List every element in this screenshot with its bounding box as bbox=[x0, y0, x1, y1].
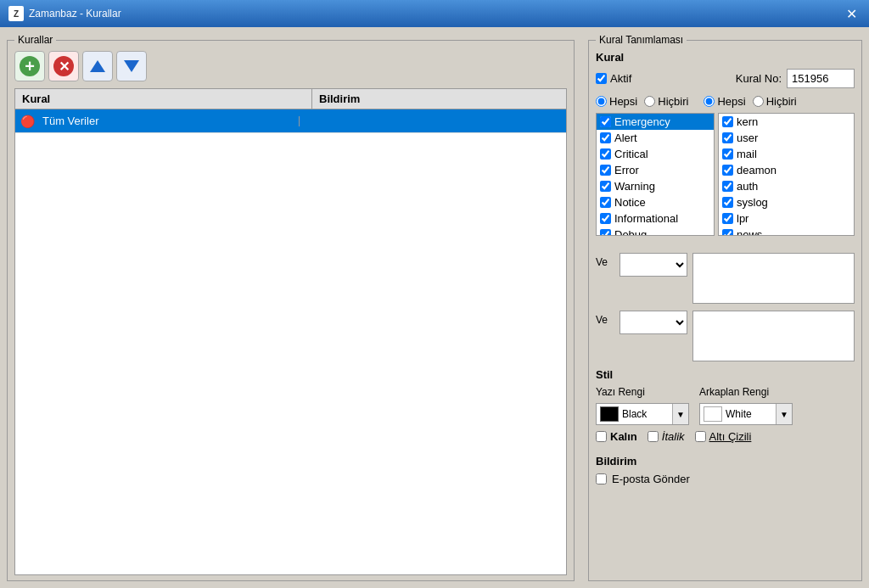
col-header-bildirim: Bildirim bbox=[312, 89, 566, 109]
severity-debug-checkbox[interactable] bbox=[600, 229, 611, 236]
kalin-item: Kalın bbox=[596, 430, 637, 443]
ve-select-2[interactable] bbox=[620, 311, 687, 334]
ve-label-1: Ve bbox=[596, 253, 614, 268]
yazi-rengi-label: Yazı Rengi bbox=[596, 386, 689, 398]
facility-hicbiri-radio[interactable] bbox=[753, 96, 764, 107]
facility-news-checkbox[interactable] bbox=[722, 229, 733, 236]
severity-error-label: Error bbox=[614, 164, 639, 176]
severity-hepsi-radio[interactable] bbox=[596, 96, 607, 107]
facility-user-label: user bbox=[737, 132, 758, 144]
severity-informational-label: Informational bbox=[614, 212, 678, 225]
delete-button[interactable]: ✕ bbox=[48, 51, 79, 81]
severity-debug-label: Debug bbox=[614, 228, 647, 236]
right-panel: Kural Tanımlaması Kural Aktif Kural No: … bbox=[581, 27, 869, 588]
severity-hicbiri-label: Hiçbiri bbox=[658, 95, 688, 108]
underline-item: Altı Çizili bbox=[695, 430, 752, 443]
move-down-button[interactable] bbox=[116, 51, 147, 81]
delete-icon: ✕ bbox=[53, 56, 74, 76]
yazi-rengi-select[interactable]: Black ▼ bbox=[596, 403, 689, 425]
kurallar-group: Kurallar + ✕ Kural B bbox=[7, 34, 575, 581]
severity-item-alert[interactable]: Alert bbox=[597, 130, 714, 146]
facility-mail-checkbox[interactable] bbox=[722, 148, 733, 160]
severity-item-error[interactable]: Error bbox=[597, 162, 714, 178]
app-icon: Z bbox=[8, 6, 24, 21]
table-header: Kural Bildirim bbox=[15, 89, 566, 109]
aktif-checkbox[interactable] bbox=[596, 73, 607, 84]
severity-hepsi-radio-label[interactable]: Hepsi bbox=[596, 95, 637, 108]
main-content: Kurallar + ✕ Kural B bbox=[0, 27, 869, 588]
facility-lpr-checkbox[interactable] bbox=[722, 213, 733, 224]
format-row: Kalın İtalik Altı Çizili bbox=[596, 430, 855, 443]
severity-emergency-checkbox[interactable] bbox=[600, 116, 611, 127]
row-icon: 🔴 bbox=[15, 113, 39, 130]
add-icon: + bbox=[20, 56, 40, 76]
facility-syslog-checkbox[interactable] bbox=[722, 197, 733, 208]
aktif-label[interactable]: Aktif bbox=[610, 72, 631, 85]
kalin-label[interactable]: Kalın bbox=[610, 430, 637, 443]
row-kural-cell: Tüm Veriler bbox=[39, 109, 299, 132]
facility-item-deamon[interactable]: deamon bbox=[719, 162, 854, 178]
left-panel: Kurallar + ✕ Kural B bbox=[0, 27, 581, 588]
ve-textarea-2[interactable] bbox=[692, 311, 855, 361]
severity-error-checkbox[interactable] bbox=[600, 165, 611, 176]
facility-item-auth[interactable]: auth bbox=[719, 178, 854, 194]
kural-tanimlama-legend: Kural Tanımlaması bbox=[596, 34, 687, 46]
yazi-rengi-value: Black bbox=[622, 408, 672, 420]
severity-item-critical[interactable]: Critical bbox=[597, 146, 714, 162]
severity-hicbiri-radio-label[interactable]: Hiçbiri bbox=[644, 95, 688, 108]
facility-hicbiri-radio-label[interactable]: Hiçbiri bbox=[753, 95, 797, 108]
bildirim-title: Bildirim bbox=[596, 455, 855, 468]
move-up-button[interactable] bbox=[82, 51, 113, 81]
severity-warning-checkbox[interactable] bbox=[600, 181, 611, 192]
severity-item-informational[interactable]: Informational bbox=[597, 210, 714, 227]
kural-no-input[interactable] bbox=[787, 69, 855, 88]
kalin-checkbox[interactable] bbox=[596, 431, 607, 442]
severity-item-debug[interactable]: Debug bbox=[597, 227, 714, 236]
facility-item-syslog[interactable]: syslog bbox=[719, 194, 854, 210]
severity-critical-checkbox[interactable] bbox=[600, 148, 611, 160]
underline-label[interactable]: Altı Çizili bbox=[709, 430, 752, 443]
arkaplan-rengi-select[interactable]: White ▼ bbox=[699, 403, 793, 425]
facility-hepsi-radio[interactable] bbox=[704, 96, 715, 107]
underline-checkbox[interactable] bbox=[695, 431, 706, 442]
eposta-item: E-posta Gönder bbox=[596, 473, 855, 485]
close-button[interactable]: ✕ bbox=[842, 4, 861, 23]
severity-item-emergency[interactable]: Emergency bbox=[597, 114, 714, 130]
severity-alert-checkbox[interactable] bbox=[600, 132, 611, 143]
eposta-checkbox[interactable] bbox=[596, 473, 607, 484]
ve-select-1[interactable] bbox=[620, 253, 687, 277]
facility-item-mail[interactable]: mail bbox=[719, 146, 854, 162]
arkaplan-rengi-arrow[interactable]: ▼ bbox=[776, 404, 792, 424]
severity-item-warning[interactable]: Warning bbox=[597, 178, 714, 194]
facility-hepsi-radio-label[interactable]: Hepsi bbox=[704, 95, 745, 108]
facility-item-user[interactable]: user bbox=[719, 130, 854, 146]
severity-hicbiri-radio[interactable] bbox=[644, 96, 655, 107]
facility-item-kern[interactable]: kern bbox=[719, 114, 854, 130]
facility-user-checkbox[interactable] bbox=[722, 132, 733, 143]
arrow-down-icon bbox=[124, 60, 139, 72]
italic-label[interactable]: İtalik bbox=[662, 430, 685, 443]
add-button[interactable]: + bbox=[14, 51, 45, 81]
facility-hepsi-label: Hepsi bbox=[717, 95, 745, 108]
ve-textarea-1[interactable] bbox=[692, 253, 855, 304]
kural-no-label: Kural No: bbox=[736, 72, 782, 85]
severity-notice-label: Notice bbox=[614, 196, 646, 209]
eposta-label[interactable]: E-posta Gönder bbox=[612, 473, 690, 485]
facility-item-news[interactable]: news bbox=[719, 227, 854, 236]
stil-title: Stil bbox=[596, 368, 855, 381]
facility-kern-checkbox[interactable] bbox=[722, 116, 733, 127]
severity-item-notice[interactable]: Notice bbox=[597, 194, 714, 210]
kural-tanimlama-group: Kural Tanımlaması Kural Aktif Kural No: … bbox=[588, 34, 862, 581]
severity-notice-checkbox[interactable] bbox=[600, 197, 611, 208]
titlebar: Z Zamanbaz - Kurallar ✕ bbox=[0, 0, 869, 27]
facility-auth-checkbox[interactable] bbox=[722, 181, 733, 192]
facility-item-lpr[interactable]: lpr bbox=[719, 210, 854, 227]
italic-checkbox[interactable] bbox=[648, 431, 659, 442]
rules-table: Kural Bildirim 🔴 Tüm Veriler bbox=[14, 88, 567, 575]
arrow-up-icon bbox=[90, 60, 105, 72]
facility-deamon-checkbox[interactable] bbox=[722, 165, 733, 176]
yazi-rengi-arrow[interactable]: ▼ bbox=[672, 404, 688, 424]
severity-informational-checkbox[interactable] bbox=[600, 213, 611, 224]
table-row[interactable]: 🔴 Tüm Veriler bbox=[15, 109, 566, 133]
italic-item: İtalik bbox=[648, 430, 685, 443]
